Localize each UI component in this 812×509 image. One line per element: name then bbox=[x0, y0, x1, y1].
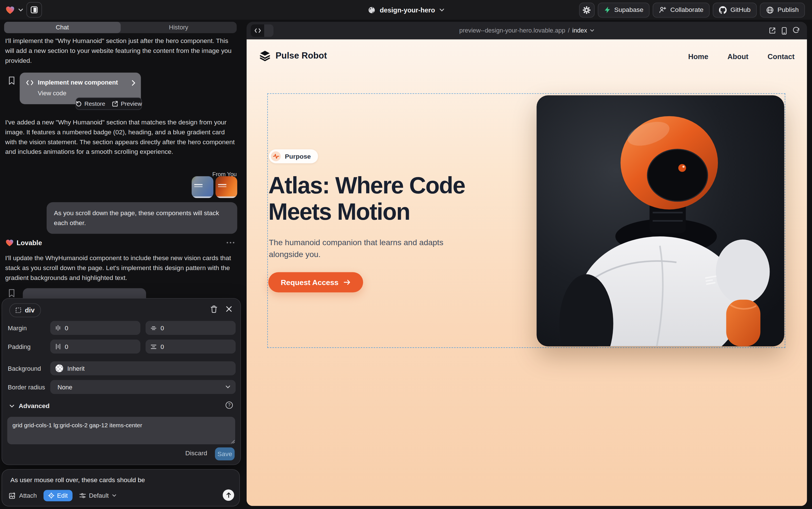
app-window: design-your-hero bbox=[0, 0, 812, 509]
code-toggle-segment[interactable] bbox=[251, 24, 264, 37]
select-chevron-down-icon bbox=[225, 385, 230, 389]
advanced-section-toggle[interactable]: Advanced bbox=[9, 402, 50, 410]
help-icon[interactable]: ? bbox=[225, 401, 233, 409]
app-topbar: design-your-hero bbox=[0, 0, 812, 20]
mode-chevron-down-icon bbox=[112, 494, 116, 497]
edit-mode-button[interactable]: Edit bbox=[43, 490, 72, 501]
attach-image-icon bbox=[9, 492, 16, 499]
code-icon bbox=[26, 80, 34, 86]
collaborate-button[interactable]: Collaborate bbox=[653, 2, 710, 17]
project-globe-icon bbox=[368, 6, 376, 13]
nav-home[interactable]: Home bbox=[688, 52, 708, 61]
element-inspector-panel: div Margin 0 0 Padding 0 0 Background bbox=[1, 298, 241, 465]
layers-icon bbox=[259, 50, 271, 62]
arrow-up-icon bbox=[225, 492, 231, 498]
pulse-icon bbox=[271, 151, 281, 161]
save-button[interactable]: Save bbox=[215, 447, 235, 461]
advanced-chevron-icon bbox=[9, 404, 14, 408]
restore-preview-toolbar: Restore Preview bbox=[76, 98, 142, 110]
discard-button[interactable]: Discard bbox=[185, 449, 208, 457]
restore-button[interactable]: Restore bbox=[75, 101, 105, 107]
supabase-button[interactable]: Supabase bbox=[597, 2, 650, 17]
open-external-icon bbox=[769, 27, 776, 34]
attachment-thumbnail-orange[interactable] bbox=[216, 176, 237, 198]
margin-y-input[interactable]: 0 bbox=[146, 321, 236, 335]
code-icon bbox=[254, 28, 261, 33]
project-switcher[interactable]: design-your-hero bbox=[368, 0, 444, 20]
publish-globe-icon bbox=[766, 6, 774, 13]
open-in-new-tab-button[interactable] bbox=[769, 27, 776, 34]
code-preview-toggle[interactable] bbox=[251, 24, 273, 37]
assistant-name: Lovable bbox=[17, 239, 42, 246]
hero-robot-image bbox=[537, 95, 784, 346]
lovable-heart-logo[interactable] bbox=[5, 5, 15, 14]
bookmark-icon-2[interactable] bbox=[8, 289, 15, 298]
mobile-view-button[interactable] bbox=[781, 27, 786, 34]
chevron-right-icon bbox=[132, 80, 136, 86]
attach-button[interactable]: Attach bbox=[9, 492, 37, 499]
delete-element-button[interactable] bbox=[210, 305, 218, 313]
tab-history[interactable]: History bbox=[120, 22, 237, 33]
close-icon bbox=[226, 306, 232, 312]
site-nav: Home About Contact bbox=[688, 52, 795, 61]
bookmark-icon[interactable] bbox=[8, 76, 15, 85]
selected-element-tag[interactable]: div bbox=[9, 303, 41, 317]
request-access-button[interactable]: Request Access bbox=[268, 272, 363, 292]
target-icon bbox=[48, 493, 54, 499]
user-message-bubble: As you scroll down the page, these compo… bbox=[47, 202, 237, 234]
preview-url-breadcrumb[interactable]: preview--design-your-hero.lovable.app / … bbox=[459, 22, 594, 39]
preview-window: preview--design-your-hero.lovable.app / … bbox=[247, 22, 807, 506]
sliders-icon bbox=[79, 493, 86, 499]
dashed-box-icon bbox=[15, 307, 21, 313]
margin-x-input[interactable]: 0 bbox=[50, 321, 140, 335]
page-chevron-down-icon bbox=[590, 29, 594, 32]
toggle-sidebar-button[interactable] bbox=[26, 2, 42, 18]
chat-input[interactable]: As user mouse roll over, these cards sho… bbox=[10, 476, 145, 484]
resize-handle[interactable] bbox=[231, 440, 235, 444]
preview-button[interactable]: Preview bbox=[112, 101, 142, 107]
margin-label: Margin bbox=[8, 325, 27, 332]
tool-card-title: Implement new component bbox=[38, 79, 118, 86]
transparent-swatch-icon bbox=[56, 365, 63, 372]
padding-y-input[interactable]: 0 bbox=[146, 340, 236, 353]
padding-y-icon bbox=[151, 344, 156, 349]
padding-x-input[interactable]: 0 bbox=[50, 340, 140, 353]
lovable-heart-icon bbox=[5, 238, 14, 246]
publish-button[interactable]: Publish bbox=[760, 2, 805, 17]
background-label: Background bbox=[8, 365, 41, 372]
preview-page: Pulse Robot Home About Contact Purpose A… bbox=[247, 39, 807, 506]
trash-icon bbox=[210, 305, 218, 313]
assistant-message-2: I've added a new "Why Humanoid" section … bbox=[5, 117, 237, 157]
refresh-button[interactable] bbox=[792, 27, 800, 34]
attachment-thumbnail-blue[interactable] bbox=[191, 176, 213, 198]
preview-toggle-segment[interactable] bbox=[264, 24, 273, 37]
chat-composer: As user mouse roll over, these cards sho… bbox=[1, 469, 239, 506]
site-logo[interactable]: Pulse Robot bbox=[259, 50, 327, 62]
github-button[interactable]: GitHub bbox=[713, 2, 757, 17]
hero-title: Atlas: Where Code Meets Motion bbox=[268, 172, 465, 225]
open-external-icon bbox=[112, 101, 118, 107]
purpose-badge: Purpose bbox=[269, 149, 318, 163]
nav-contact[interactable]: Contact bbox=[768, 52, 795, 61]
hero-subtitle: The humanoid companion that learns and a… bbox=[269, 236, 459, 260]
border-radius-select[interactable]: None bbox=[50, 380, 236, 394]
mode-select[interactable]: Default bbox=[79, 492, 116, 499]
collaborate-people-icon bbox=[659, 6, 667, 13]
settings-button[interactable] bbox=[579, 2, 594, 17]
close-panel-button[interactable] bbox=[226, 306, 232, 312]
message-more-menu[interactable] bbox=[226, 241, 234, 243]
workspace-chevron-down-icon[interactable] bbox=[18, 8, 23, 11]
nav-about[interactable]: About bbox=[728, 52, 748, 61]
refresh-icon bbox=[792, 27, 800, 34]
view-code-link[interactable]: View code bbox=[38, 90, 66, 97]
margin-x-icon bbox=[56, 325, 61, 331]
classes-textarea[interactable]: grid grid-cols-1 lg:grid-cols-2 gap-12 i… bbox=[7, 417, 235, 444]
padding-x-icon bbox=[56, 344, 61, 349]
tab-chat[interactable]: Chat bbox=[4, 22, 121, 33]
supabase-icon bbox=[604, 6, 611, 13]
border-radius-label: Border radius bbox=[8, 384, 45, 391]
arrow-right-icon bbox=[343, 279, 350, 285]
send-button[interactable] bbox=[223, 489, 234, 501]
mobile-phone-icon bbox=[781, 27, 786, 34]
background-input[interactable]: Inherit bbox=[50, 362, 236, 375]
